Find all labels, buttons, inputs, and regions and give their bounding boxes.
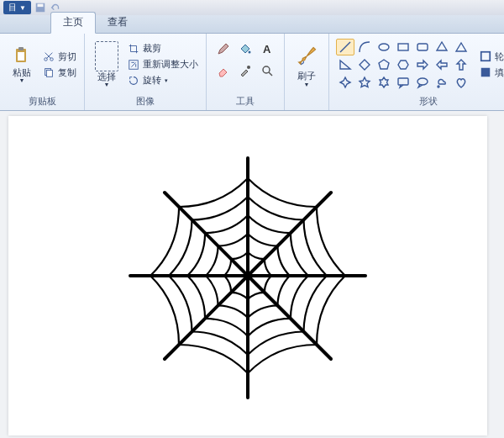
shape-curve[interactable] [355, 39, 374, 55]
shape-rect[interactable] [394, 39, 412, 55]
shape-triangle[interactable] [452, 39, 470, 55]
shapes-gallery[interactable] [334, 35, 472, 89]
svg-rect-4 [18, 52, 24, 61]
tool-pencil[interactable] [213, 39, 234, 59]
group-tools-label: 工具 [212, 93, 279, 110]
group-image: 选择 ▼ 裁剪 重新调整大小 旋转 ▾ 图像 [85, 34, 207, 110]
app-menu-button[interactable]: 目▼ [3, 1, 31, 14]
svg-rect-8 [46, 70, 52, 77]
shape-oval[interactable] [375, 39, 393, 55]
shape-roundrect[interactable] [413, 39, 432, 55]
group-clipboard-label: 剪贴板 [5, 93, 79, 110]
svg-rect-1 [37, 4, 43, 8]
resize-label: 重新调整大小 [143, 58, 198, 71]
tool-text[interactable]: A [257, 39, 277, 59]
brush-button[interactable]: 刷子 ▼ [290, 35, 323, 96]
resize-button[interactable]: 重新调整大小 [125, 57, 201, 71]
ribbon-tabs: 主页 查看 [0, 15, 504, 34]
shape-diamond[interactable] [355, 56, 374, 73]
svg-text:A: A [263, 43, 271, 55]
svg-line-25 [248, 276, 331, 359]
group-shapes-label: 形状 [334, 93, 504, 110]
text-icon: A [260, 42, 274, 55]
canvas-area [0, 111, 504, 438]
brush-icon [295, 44, 318, 69]
group-brush: 刷子 ▼ [285, 34, 329, 110]
copy-button[interactable]: 复制 [40, 66, 79, 80]
svg-point-12 [247, 66, 250, 69]
canvas[interactable] [8, 116, 487, 435]
group-shapes: 轮廓 ▾ 填充 ▾ 形状 [329, 34, 504, 110]
svg-line-27 [165, 276, 248, 359]
chevron-down-icon: ▼ [104, 82, 110, 87]
rotate-label: 旋转 [143, 74, 161, 87]
tool-fill[interactable] [235, 39, 255, 59]
chevron-down-icon: ▼ [304, 82, 310, 87]
svg-rect-17 [398, 78, 408, 85]
ribbon: 粘贴 ▼ 剪切 复制 剪贴板 选择 ▼ [0, 34, 504, 111]
select-label: 选择 [97, 71, 116, 82]
select-button[interactable]: 选择 ▼ [90, 35, 123, 93]
scissors-icon [43, 50, 55, 62]
shape-hexagon[interactable] [394, 56, 412, 73]
shape-callout-oval[interactable] [413, 74, 432, 89]
shape-arrow-l[interactable] [433, 56, 451, 73]
shape-star5[interactable] [355, 74, 374, 89]
group-tools: A 工具 [207, 34, 285, 110]
tool-zoom[interactable] [257, 61, 277, 81]
tool-picker[interactable] [235, 61, 255, 81]
select-icon [95, 41, 118, 71]
svg-point-10 [249, 51, 251, 54]
rotate-icon [128, 75, 139, 87]
shape-pentagon[interactable] [375, 56, 393, 73]
shape-star4[interactable] [336, 74, 354, 89]
shape-callout-rect[interactable] [394, 74, 412, 89]
fill-button[interactable]: 填充 ▾ [477, 66, 504, 80]
crop-label: 裁剪 [143, 42, 161, 55]
shape-polygon[interactable] [433, 39, 451, 55]
crop-button[interactable]: 裁剪 [125, 41, 201, 55]
svg-line-29 [165, 193, 248, 276]
svg-rect-21 [481, 68, 491, 77]
shape-star6[interactable] [375, 74, 393, 89]
chevron-down-icon: ▼ [19, 77, 25, 83]
svg-line-23 [248, 193, 331, 276]
drawing-spider-web [122, 145, 374, 406]
outline-icon [480, 50, 491, 62]
copy-icon [43, 66, 55, 78]
svg-rect-20 [481, 52, 491, 61]
cut-button[interactable]: 剪切 [40, 50, 79, 64]
paste-button[interactable]: 粘贴 ▼ [5, 35, 39, 93]
tab-home[interactable]: 主页 [50, 12, 96, 34]
paste-label: 粘贴 [13, 67, 31, 77]
magnifier-icon [260, 64, 274, 77]
svg-point-18 [417, 78, 428, 85]
svg-point-19 [438, 86, 439, 87]
brush-label: 刷子 [297, 71, 316, 81]
outline-button[interactable]: 轮廓 ▾ [477, 50, 504, 64]
crop-icon [128, 43, 139, 55]
shape-arrow-u[interactable] [452, 56, 470, 73]
shape-arrow-r[interactable] [413, 56, 432, 73]
rotate-button[interactable]: 旋转 ▾ [125, 73, 201, 87]
tool-eraser[interactable] [213, 61, 234, 81]
shape-right-tri[interactable] [336, 56, 354, 73]
bucket-icon [239, 42, 252, 55]
tab-view[interactable]: 查看 [96, 13, 139, 33]
resize-icon [128, 59, 139, 71]
chevron-down-icon: ▾ [165, 77, 168, 84]
svg-point-14 [379, 44, 389, 50]
paste-icon [12, 45, 32, 66]
svg-rect-16 [417, 44, 428, 50]
copy-label: 复制 [58, 66, 76, 79]
pencil-icon [217, 42, 230, 55]
group-image-label: 图像 [90, 93, 201, 110]
svg-rect-3 [18, 47, 24, 50]
fill-label: 填充 [495, 66, 504, 79]
save-icon[interactable] [34, 2, 46, 13]
shape-callout-cloud[interactable] [433, 74, 451, 89]
svg-point-13 [263, 66, 270, 73]
shape-heart[interactable] [452, 74, 470, 89]
shape-line[interactable] [336, 39, 354, 55]
svg-rect-15 [398, 44, 408, 50]
